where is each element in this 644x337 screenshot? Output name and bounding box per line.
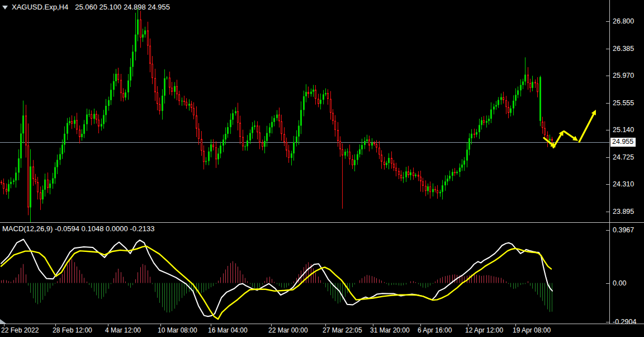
price-axis-label: 25.140 xyxy=(613,126,634,134)
time-axis-divider xyxy=(0,324,644,324)
right-axis-border xyxy=(609,0,610,324)
price-axis-tick xyxy=(606,184,609,185)
price-axis-label: 26.800 xyxy=(613,17,634,26)
price-axis-tick xyxy=(606,49,609,49)
macd-axis-label: 0.3967 xyxy=(613,226,634,235)
price-axis-tick xyxy=(606,130,609,130)
panel-divider[interactable] xyxy=(0,222,644,223)
time-axis-tick xyxy=(420,324,421,326)
time-axis-tick xyxy=(4,324,4,326)
price-axis-tick xyxy=(606,103,609,104)
time-axis-label: 19 Apr 08:00 xyxy=(513,326,551,334)
macd-indicator-label: MACD(12,26,9) -0.0594 0.1048 0.0000 -0.2… xyxy=(2,224,154,233)
time-axis-label: 28 Feb 12:00 xyxy=(53,326,92,334)
trading-chart-window: XAGUSD.Exp,H425.060 25.100 24.898 24.955… xyxy=(0,0,644,337)
price-axis-label: 25.970 xyxy=(613,72,634,80)
price-axis-tick xyxy=(606,157,609,158)
time-axis-tick xyxy=(160,324,161,326)
macd-chart-canvas[interactable] xyxy=(0,223,644,324)
time-axis-label: 27 Mar 22:05 xyxy=(323,326,362,334)
time-axis-label: 12 Apr 12:00 xyxy=(465,326,503,334)
time-axis-tick xyxy=(373,324,373,326)
price-axis-label: 24.310 xyxy=(613,180,634,189)
macd-axis-label: 0.00 xyxy=(613,279,626,288)
time-axis-label: 22 Mar 00:00 xyxy=(268,326,308,334)
time-axis-label: 6 Apr 16:00 xyxy=(418,326,452,334)
price-axis-label: 24.725 xyxy=(613,153,634,162)
symbol-timeframe-label: XAGUSD.Exp,H4 xyxy=(12,3,68,11)
time-axis-label: 4 Mar 12:00 xyxy=(105,326,141,334)
time-axis-label: 22 Feb 2022 xyxy=(1,326,39,334)
price-axis-label: 26.385 xyxy=(613,45,634,53)
time-axis-label: 10 Mar 08:00 xyxy=(158,326,197,334)
symbol-dropdown-icon[interactable] xyxy=(2,6,8,10)
time-axis-tick xyxy=(468,324,468,326)
time-axis-tick xyxy=(271,324,272,326)
price-chart-canvas[interactable] xyxy=(0,0,644,222)
price-axis-tick xyxy=(606,21,609,22)
price-axis-label: 25.555 xyxy=(613,99,634,107)
macd-axis-label: -0.2904 xyxy=(613,318,636,326)
time-axis-tick xyxy=(211,324,211,326)
time-axis-label: 16 Mar 04:00 xyxy=(208,326,248,334)
time-axis-tick xyxy=(515,324,516,326)
ohlc-quotes: 25.060 25.100 24.898 24.955 xyxy=(75,3,170,11)
macd-axis-tick xyxy=(606,230,609,231)
price-axis-label: 23.895 xyxy=(613,208,634,216)
time-axis-label: 31 Mar 20:00 xyxy=(370,326,410,334)
price-axis-tick xyxy=(606,76,609,76)
price-axis-tick xyxy=(606,212,609,212)
macd-axis-tick xyxy=(606,283,609,284)
chart-title: XAGUSD.Exp,H425.060 25.100 24.898 24.955 xyxy=(2,3,170,11)
time-axis-tick xyxy=(55,324,56,326)
current-price-badge: 24.955 xyxy=(610,138,636,147)
macd-axis-tick xyxy=(606,322,609,322)
time-axis-tick xyxy=(325,324,326,326)
panel-resize-handle[interactable] xyxy=(0,319,6,324)
time-axis-tick xyxy=(108,324,108,326)
